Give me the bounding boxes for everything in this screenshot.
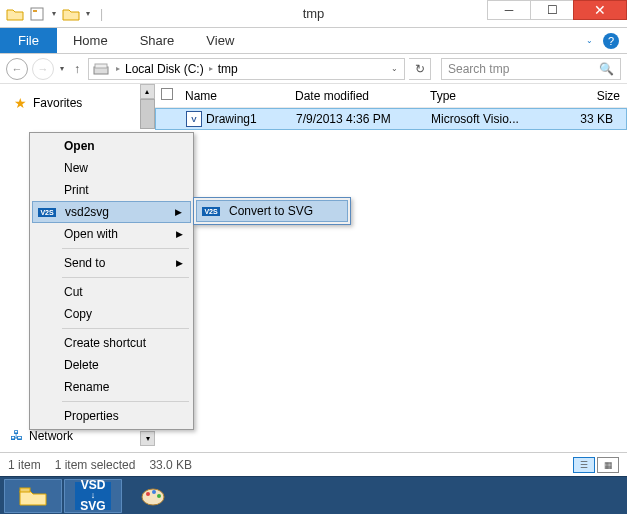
view-toggle: ☰ ▦ bbox=[573, 457, 619, 473]
ctx-new[interactable]: New bbox=[32, 157, 191, 179]
scroll-down-icon[interactable]: ▾ bbox=[140, 431, 155, 446]
chevron-down-icon[interactable]: ▾ bbox=[84, 9, 92, 18]
tab-view[interactable]: View bbox=[190, 29, 250, 52]
ctx-open[interactable]: Open bbox=[32, 135, 191, 157]
sidebar-scrollbar[interactable]: ▴ bbox=[139, 84, 155, 129]
separator: | bbox=[96, 7, 107, 21]
chevron-right-icon[interactable]: ▸ bbox=[113, 64, 123, 73]
file-row[interactable]: V Drawing1 7/9/2013 4:36 PM Microsoft Vi… bbox=[155, 108, 627, 130]
expand-ribbon-icon[interactable]: ⌄ bbox=[584, 36, 595, 45]
details-view-button[interactable]: ☰ bbox=[573, 457, 595, 473]
breadcrumb[interactable]: Local Disk (C:) bbox=[125, 62, 204, 76]
status-size: 33.0 KB bbox=[149, 458, 192, 472]
v2s-icon: V2S bbox=[38, 208, 56, 217]
ctx-copy[interactable]: Copy bbox=[32, 303, 191, 325]
scroll-thumb[interactable] bbox=[140, 99, 155, 129]
address-bar[interactable]: ▸ Local Disk (C:) ▸ tmp ⌄ bbox=[88, 58, 405, 80]
drive-icon bbox=[93, 61, 111, 77]
chevron-right-icon: ▶ bbox=[176, 229, 183, 239]
ctx-print[interactable]: Print bbox=[32, 179, 191, 201]
window-controls: ─ ☐ ✕ bbox=[488, 0, 627, 20]
chevron-down-icon[interactable]: ▾ bbox=[50, 9, 58, 18]
navigation-bar: ← → ▾ ↑ ▸ Local Disk (C:) ▸ tmp ⌄ ↻ Sear… bbox=[0, 54, 627, 84]
refresh-button[interactable]: ↻ bbox=[409, 58, 431, 80]
separator bbox=[62, 401, 189, 402]
svg-point-8 bbox=[157, 494, 161, 498]
history-dropdown-icon[interactable]: ▾ bbox=[58, 64, 66, 73]
file-list: Name Date modified Type Size V Drawing1 … bbox=[155, 84, 627, 452]
svg-rect-4 bbox=[20, 488, 30, 492]
new-folder-icon[interactable] bbox=[62, 5, 80, 23]
column-date[interactable]: Date modified bbox=[295, 89, 430, 103]
vsd2svg-icon: VSD ↓ SVG bbox=[75, 482, 111, 510]
v2s-icon: V2S bbox=[202, 207, 220, 216]
ctx-convert-to-svg[interactable]: V2S Convert to SVG bbox=[196, 200, 348, 222]
ctx-vsd2svg[interactable]: V2S vsd2svg ▶ bbox=[32, 201, 191, 223]
column-name[interactable]: Name bbox=[185, 89, 295, 103]
chevron-right-icon[interactable]: ▸ bbox=[206, 64, 216, 73]
separator bbox=[62, 277, 189, 278]
ribbon: File Home Share View ⌄ ? bbox=[0, 28, 627, 54]
column-size[interactable]: Size bbox=[550, 89, 620, 103]
file-name: Drawing1 bbox=[206, 112, 257, 126]
file-tab[interactable]: File bbox=[0, 28, 57, 53]
status-count: 1 item bbox=[8, 458, 41, 472]
context-submenu: V2S Convert to SVG bbox=[193, 197, 351, 225]
ctx-open-with[interactable]: Open with ▶ bbox=[32, 223, 191, 245]
ctx-send-to[interactable]: Send to ▶ bbox=[32, 252, 191, 274]
column-type[interactable]: Type bbox=[430, 89, 550, 103]
close-button[interactable]: ✕ bbox=[573, 0, 627, 20]
help-icon[interactable]: ? bbox=[603, 33, 619, 49]
search-icon: 🔍 bbox=[599, 62, 614, 76]
maximize-button[interactable]: ☐ bbox=[530, 0, 574, 20]
favorites-label: Favorites bbox=[33, 96, 82, 110]
ctx-properties[interactable]: Properties bbox=[32, 405, 191, 427]
quick-access-toolbar: ▾ ▾ | bbox=[0, 5, 107, 23]
visio-file-icon: V bbox=[186, 111, 202, 127]
thumbnails-view-button[interactable]: ▦ bbox=[597, 457, 619, 473]
back-button[interactable]: ← bbox=[6, 58, 28, 80]
star-icon: ★ bbox=[14, 95, 27, 111]
window-title: tmp bbox=[303, 6, 325, 21]
chevron-right-icon: ▶ bbox=[176, 258, 183, 268]
minimize-button[interactable]: ─ bbox=[487, 0, 531, 20]
favorites-section[interactable]: ★ Favorites bbox=[4, 92, 151, 114]
ctx-rename[interactable]: Rename bbox=[32, 376, 191, 398]
folder-icon bbox=[6, 5, 24, 23]
taskbar-vsd2svg[interactable]: VSD ↓ SVG bbox=[64, 479, 122, 513]
taskbar-explorer[interactable] bbox=[4, 479, 62, 513]
properties-icon[interactable] bbox=[28, 5, 46, 23]
chevron-right-icon: ▶ bbox=[175, 207, 182, 217]
status-bar: 1 item 1 item selected 33.0 KB ☰ ▦ bbox=[0, 452, 627, 476]
chevron-down-icon[interactable]: ⌄ bbox=[389, 64, 400, 73]
tab-home[interactable]: Home bbox=[57, 29, 124, 52]
svg-rect-3 bbox=[95, 64, 107, 68]
scroll-up-icon[interactable]: ▴ bbox=[140, 84, 155, 99]
separator bbox=[62, 328, 189, 329]
breadcrumb[interactable]: tmp bbox=[218, 62, 238, 76]
column-headers: Name Date modified Type Size bbox=[155, 84, 627, 108]
separator bbox=[62, 248, 189, 249]
ctx-delete[interactable]: Delete bbox=[32, 354, 191, 376]
up-button[interactable]: ↑ bbox=[70, 62, 84, 76]
svg-rect-0 bbox=[31, 8, 43, 20]
network-label: Network bbox=[29, 429, 73, 443]
taskbar: VSD ↓ SVG bbox=[0, 476, 627, 514]
ctx-cut[interactable]: Cut bbox=[32, 281, 191, 303]
context-menu: Open New Print V2S vsd2svg ▶ Open with ▶… bbox=[29, 132, 194, 430]
search-input[interactable]: Search tmp 🔍 bbox=[441, 58, 621, 80]
file-type: Microsoft Visio... bbox=[431, 112, 551, 126]
svg-rect-1 bbox=[33, 10, 37, 12]
svg-point-7 bbox=[152, 490, 156, 494]
ctx-create-shortcut[interactable]: Create shortcut bbox=[32, 332, 191, 354]
svg-point-6 bbox=[146, 492, 150, 496]
network-icon: 🖧 bbox=[10, 428, 23, 443]
file-size: 33 KB bbox=[551, 112, 621, 126]
title-bar: ▾ ▾ | tmp ─ ☐ ✕ bbox=[0, 0, 627, 28]
forward-button[interactable]: → bbox=[32, 58, 54, 80]
status-selected: 1 item selected bbox=[55, 458, 136, 472]
tab-share[interactable]: Share bbox=[124, 29, 191, 52]
search-placeholder: Search tmp bbox=[448, 62, 509, 76]
taskbar-paint[interactable] bbox=[124, 479, 182, 513]
select-all-checkbox[interactable] bbox=[161, 88, 173, 100]
